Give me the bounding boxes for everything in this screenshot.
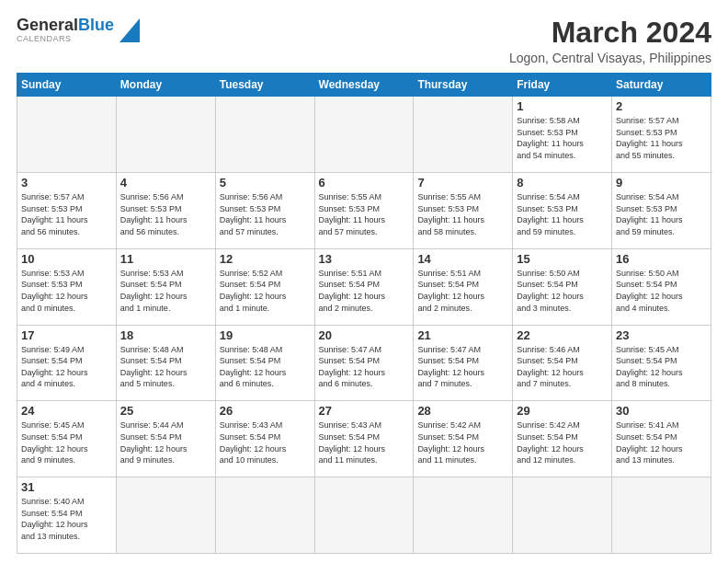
logo: GeneralBlue CALENDARS [17,17,140,44]
calendar-day-cell: 19Sunrise: 5:48 AMSunset: 5:54 PMDayligh… [215,325,314,401]
calendar-week-row: 10Sunrise: 5:53 AMSunset: 5:53 PMDayligh… [17,248,711,325]
day-number: 12 [220,252,311,266]
day-number: 10 [21,252,112,266]
calendar-day-cell: 30Sunrise: 5:41 AMSunset: 5:54 PMDayligh… [612,401,711,477]
day-info: Sunrise: 5:53 AMSunset: 5:54 PMDaylight:… [120,268,211,314]
main-title: March 2024 [509,17,711,49]
col-wednesday: Wednesday [314,74,414,97]
calendar-day-cell: 25Sunrise: 5:44 AMSunset: 5:54 PMDayligh… [116,401,215,477]
calendar-week-row: 24Sunrise: 5:45 AMSunset: 5:54 PMDayligh… [17,401,711,477]
calendar-day-cell: 24Sunrise: 5:45 AMSunset: 5:54 PMDayligh… [17,401,117,477]
svg-marker-0 [119,18,140,42]
day-info: Sunrise: 5:46 AMSunset: 5:54 PMDaylight:… [517,344,608,390]
calendar-day-cell [17,97,117,173]
day-number: 24 [21,404,112,418]
day-number: 9 [616,176,707,190]
calendar-day-cell: 12Sunrise: 5:52 AMSunset: 5:54 PMDayligh… [215,248,314,325]
col-saturday: Saturday [612,74,711,97]
calendar-day-cell [116,477,215,554]
calendar-day-cell: 9Sunrise: 5:54 AMSunset: 5:53 PMDaylight… [612,172,711,248]
logo-general: General [17,16,78,34]
day-info: Sunrise: 5:43 AMSunset: 5:54 PMDaylight:… [319,419,410,465]
calendar-day-cell [116,97,215,173]
day-info: Sunrise: 5:51 AMSunset: 5:54 PMDaylight:… [417,268,508,314]
col-friday: Friday [513,74,612,97]
day-number: 4 [120,176,211,190]
day-number: 8 [517,176,608,190]
day-number: 28 [417,404,508,418]
logo-icon [119,18,140,42]
calendar-week-row: 1Sunrise: 5:58 AMSunset: 5:53 PMDaylight… [17,97,711,173]
calendar-day-cell [414,97,513,173]
day-info: Sunrise: 5:54 AMSunset: 5:53 PMDaylight:… [517,191,608,237]
day-number: 30 [616,404,707,418]
day-number: 20 [319,328,410,342]
day-info: Sunrise: 5:45 AMSunset: 5:54 PMDaylight:… [21,419,112,465]
day-number: 14 [417,252,508,266]
col-sunday: Sunday [17,74,117,97]
day-number: 18 [120,328,211,342]
calendar-day-cell: 14Sunrise: 5:51 AMSunset: 5:54 PMDayligh… [414,248,513,325]
calendar-day-cell: 2Sunrise: 5:57 AMSunset: 5:53 PMDaylight… [612,97,711,173]
calendar-day-cell: 4Sunrise: 5:56 AMSunset: 5:53 PMDaylight… [116,172,215,248]
day-number: 26 [220,404,311,418]
calendar-day-cell: 28Sunrise: 5:42 AMSunset: 5:54 PMDayligh… [414,401,513,477]
day-info: Sunrise: 5:48 AMSunset: 5:54 PMDaylight:… [120,344,211,390]
day-info: Sunrise: 5:55 AMSunset: 5:53 PMDaylight:… [319,191,410,237]
calendar-day-cell: 29Sunrise: 5:42 AMSunset: 5:54 PMDayligh… [513,401,612,477]
title-block: March 2024 Logon, Central Visayas, Phili… [509,17,711,65]
day-number: 2 [616,99,707,113]
logo-blue-text: Blue [78,16,114,34]
day-number: 19 [220,328,311,342]
calendar-table: Sunday Monday Tuesday Wednesday Thursday… [17,73,711,554]
calendar-day-cell [414,477,513,554]
day-number: 25 [120,404,211,418]
calendar-day-cell: 13Sunrise: 5:51 AMSunset: 5:54 PMDayligh… [314,248,414,325]
day-info: Sunrise: 5:44 AMSunset: 5:54 PMDaylight:… [120,419,211,465]
calendar-day-cell: 31Sunrise: 5:40 AMSunset: 5:54 PMDayligh… [17,477,117,554]
day-info: Sunrise: 5:45 AMSunset: 5:54 PMDaylight:… [616,344,707,390]
day-number: 29 [517,404,608,418]
day-info: Sunrise: 5:42 AMSunset: 5:54 PMDaylight:… [417,419,508,465]
calendar-day-cell: 23Sunrise: 5:45 AMSunset: 5:54 PMDayligh… [612,325,711,401]
day-info: Sunrise: 5:53 AMSunset: 5:53 PMDaylight:… [21,268,112,314]
day-number: 7 [417,176,508,190]
day-info: Sunrise: 5:50 AMSunset: 5:54 PMDaylight:… [517,268,608,314]
day-number: 27 [319,404,410,418]
calendar-day-cell [513,477,612,554]
day-info: Sunrise: 5:57 AMSunset: 5:53 PMDaylight:… [21,191,112,237]
calendar-day-cell: 17Sunrise: 5:49 AMSunset: 5:54 PMDayligh… [17,325,117,401]
day-number: 11 [120,252,211,266]
calendar-day-cell [314,97,414,173]
calendar-day-cell: 11Sunrise: 5:53 AMSunset: 5:54 PMDayligh… [116,248,215,325]
calendar-day-cell [612,477,711,554]
calendar-day-cell: 22Sunrise: 5:46 AMSunset: 5:54 PMDayligh… [513,325,612,401]
day-number: 16 [616,252,707,266]
logo-tagline: CALENDARS [17,35,114,44]
calendar-day-cell: 7Sunrise: 5:55 AMSunset: 5:53 PMDaylight… [414,172,513,248]
calendar-day-cell: 10Sunrise: 5:53 AMSunset: 5:53 PMDayligh… [17,248,117,325]
calendar-day-cell: 3Sunrise: 5:57 AMSunset: 5:53 PMDaylight… [17,172,117,248]
calendar-week-row: 3Sunrise: 5:57 AMSunset: 5:53 PMDaylight… [17,172,711,248]
day-info: Sunrise: 5:42 AMSunset: 5:54 PMDaylight:… [517,419,608,465]
page: GeneralBlue CALENDARS March 2024 Logon, … [0,0,728,563]
day-info: Sunrise: 5:47 AMSunset: 5:54 PMDaylight:… [319,344,410,390]
calendar-day-cell: 16Sunrise: 5:50 AMSunset: 5:54 PMDayligh… [612,248,711,325]
calendar-day-cell: 15Sunrise: 5:50 AMSunset: 5:54 PMDayligh… [513,248,612,325]
day-number: 5 [220,176,311,190]
day-number: 3 [21,176,112,190]
day-info: Sunrise: 5:47 AMSunset: 5:54 PMDaylight:… [417,344,508,390]
calendar-week-row: 17Sunrise: 5:49 AMSunset: 5:54 PMDayligh… [17,325,711,401]
col-monday: Monday [116,74,215,97]
calendar-day-cell: 27Sunrise: 5:43 AMSunset: 5:54 PMDayligh… [314,401,414,477]
calendar-day-cell: 5Sunrise: 5:56 AMSunset: 5:53 PMDaylight… [215,172,314,248]
calendar-day-cell: 18Sunrise: 5:48 AMSunset: 5:54 PMDayligh… [116,325,215,401]
day-info: Sunrise: 5:56 AMSunset: 5:53 PMDaylight:… [120,191,211,237]
day-info: Sunrise: 5:58 AMSunset: 5:53 PMDaylight:… [517,115,608,161]
calendar-day-cell: 8Sunrise: 5:54 AMSunset: 5:53 PMDaylight… [513,172,612,248]
col-thursday: Thursday [414,74,513,97]
col-tuesday: Tuesday [215,74,314,97]
logo-text: GeneralBlue [17,17,114,35]
day-info: Sunrise: 5:52 AMSunset: 5:54 PMDaylight:… [220,268,311,314]
calendar-week-row: 31Sunrise: 5:40 AMSunset: 5:54 PMDayligh… [17,477,711,554]
